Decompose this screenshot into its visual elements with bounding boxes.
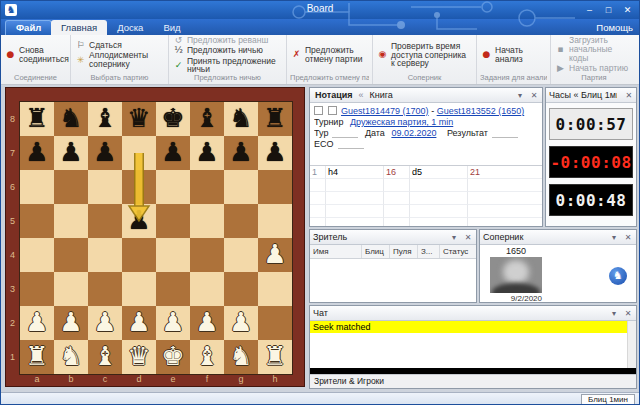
square-b5[interactable] xyxy=(54,204,88,238)
column-bullet[interactable]: Пуля xyxy=(390,245,418,258)
square-e6[interactable] xyxy=(156,170,190,204)
square-f4[interactable] xyxy=(190,238,224,272)
square-b8[interactable]: ♞ xyxy=(54,102,88,136)
tab-file[interactable]: Файл xyxy=(5,20,52,35)
applaud-button[interactable]: ✳ Аплодисменты сопернику xyxy=(74,51,165,69)
square-d8[interactable]: ♛ xyxy=(122,102,156,136)
white-move[interactable]: h4 xyxy=(326,166,384,179)
date-link[interactable]: 09.02.2020 xyxy=(391,128,436,138)
square-a5[interactable] xyxy=(20,204,54,238)
chat-close-icon[interactable]: ✕ xyxy=(623,309,633,318)
maximize-button[interactable]: □ xyxy=(599,1,618,19)
square-a2[interactable]: ♟ xyxy=(20,306,54,340)
tournament-link[interactable]: Дружеская партия, 1 min xyxy=(350,117,453,127)
square-f7[interactable]: ♟ xyxy=(190,136,224,170)
square-d5[interactable]: ♟ xyxy=(122,204,156,238)
abort-game-button[interactable]: ✗ Предложить отмену партии xyxy=(290,46,369,64)
square-f5[interactable] xyxy=(190,204,224,238)
column-blitz[interactable]: Блиц xyxy=(362,245,390,258)
square-g1[interactable]: ♞ xyxy=(224,340,258,374)
square-g5[interactable] xyxy=(224,204,258,238)
square-f6[interactable] xyxy=(190,170,224,204)
black-player-link[interactable]: Guest1813552 (1650) xyxy=(437,106,525,116)
square-b3[interactable] xyxy=(54,272,88,306)
notation-collapse-icon[interactable]: ▾ xyxy=(515,91,525,100)
column-status[interactable]: Статус xyxy=(440,245,476,258)
square-h2[interactable] xyxy=(258,306,292,340)
round-field[interactable] xyxy=(332,128,358,138)
chat-scrollbar[interactable] xyxy=(627,321,636,368)
tab-notation[interactable]: Нотация xyxy=(313,90,355,100)
square-e7[interactable]: ♟ xyxy=(156,136,190,170)
accept-draw-button[interactable]: ✓ Принять предложение ничьи xyxy=(172,57,283,75)
square-d7[interactable] xyxy=(122,136,156,170)
square-f1[interactable]: ♝ xyxy=(190,340,224,374)
square-c7[interactable]: ♟ xyxy=(88,136,122,170)
square-a1[interactable]: ♜ xyxy=(20,340,54,374)
tab-help[interactable]: Помощь xyxy=(596,20,633,35)
square-h6[interactable] xyxy=(258,170,292,204)
square-h4[interactable]: ♟ xyxy=(258,238,292,272)
square-d4[interactable] xyxy=(122,238,156,272)
square-d6[interactable] xyxy=(122,170,156,204)
square-e8[interactable]: ♚ xyxy=(156,102,190,136)
offer-rematch-button[interactable]: ↺ Предложить реванш xyxy=(172,36,283,45)
result-field[interactable] xyxy=(492,128,518,138)
tab-home[interactable]: Главная xyxy=(51,20,107,35)
square-e5[interactable] xyxy=(156,204,190,238)
chat-collapse-icon[interactable]: ▾ xyxy=(609,309,619,318)
move-list[interactable]: 1 h4 16 d5 21 xyxy=(310,165,542,226)
spectators-list[interactable] xyxy=(310,259,476,302)
square-c4[interactable] xyxy=(88,238,122,272)
square-d1[interactable]: ♛ xyxy=(122,340,156,374)
square-h8[interactable]: ♜ xyxy=(258,102,292,136)
eco-field[interactable] xyxy=(338,139,364,149)
square-a8[interactable]: ♜ xyxy=(20,102,54,136)
square-g4[interactable] xyxy=(224,238,258,272)
square-b2[interactable]: ♟ xyxy=(54,306,88,340)
square-g3[interactable] xyxy=(224,272,258,306)
minimize-button[interactable]: – xyxy=(580,1,599,19)
square-b6[interactable] xyxy=(54,170,88,204)
square-f8[interactable]: ♝ xyxy=(190,102,224,136)
start-analysis-button[interactable]: ● Начать анализ xyxy=(480,46,547,64)
offer-draw-button[interactable]: ½ Предложить ничью xyxy=(172,46,283,55)
square-e3[interactable] xyxy=(156,272,190,306)
notation-close-icon[interactable]: ✕ xyxy=(529,91,539,100)
square-b7[interactable]: ♟ xyxy=(54,136,88,170)
square-h1[interactable]: ♜ xyxy=(258,340,292,374)
square-f3[interactable] xyxy=(190,272,224,306)
square-a4[interactable] xyxy=(20,238,54,272)
tab-book[interactable]: Книга xyxy=(368,90,395,100)
square-f2[interactable]: ♟ xyxy=(190,306,224,340)
black-player-checkbox[interactable] xyxy=(328,106,337,115)
white-player-checkbox[interactable] xyxy=(314,106,323,115)
square-e2[interactable]: ♟ xyxy=(156,306,190,340)
square-c2[interactable]: ♟ xyxy=(88,306,122,340)
opponent-close-icon[interactable]: ✕ xyxy=(623,233,633,242)
square-e1[interactable]: ♚ xyxy=(156,340,190,374)
square-g7[interactable]: ♟ xyxy=(224,136,258,170)
square-e4[interactable] xyxy=(156,238,190,272)
close-button[interactable]: ✕ xyxy=(618,1,637,19)
square-b1[interactable]: ♞ xyxy=(54,340,88,374)
white-player-link[interactable]: Guest1814479 (1700) xyxy=(341,106,429,116)
column-title[interactable]: З... xyxy=(418,245,440,258)
square-a7[interactable]: ♟ xyxy=(20,136,54,170)
square-c8[interactable]: ♝ xyxy=(88,102,122,136)
square-g2[interactable]: ♟ xyxy=(224,306,258,340)
square-g8[interactable]: ♞ xyxy=(224,102,258,136)
opponent-collapse-icon[interactable]: ▾ xyxy=(609,233,619,242)
spectators-collapse-icon[interactable]: ▾ xyxy=(449,233,459,242)
clocks-close-icon[interactable]: ✕ xyxy=(625,91,634,100)
chat-channel-tab[interactable]: Зрители & Игроки xyxy=(310,374,636,388)
check-opponent-time-button[interactable]: ◉ Проверить время доступа соперника к се… xyxy=(376,42,473,69)
square-d2[interactable]: ♟ xyxy=(122,306,156,340)
tab-board[interactable]: Доска xyxy=(107,20,153,35)
square-d3[interactable] xyxy=(122,272,156,306)
square-c3[interactable] xyxy=(88,272,122,306)
column-name[interactable]: Имя xyxy=(310,245,362,258)
square-h7[interactable]: ♟ xyxy=(258,136,292,170)
square-c6[interactable] xyxy=(88,170,122,204)
square-c5[interactable] xyxy=(88,204,122,238)
